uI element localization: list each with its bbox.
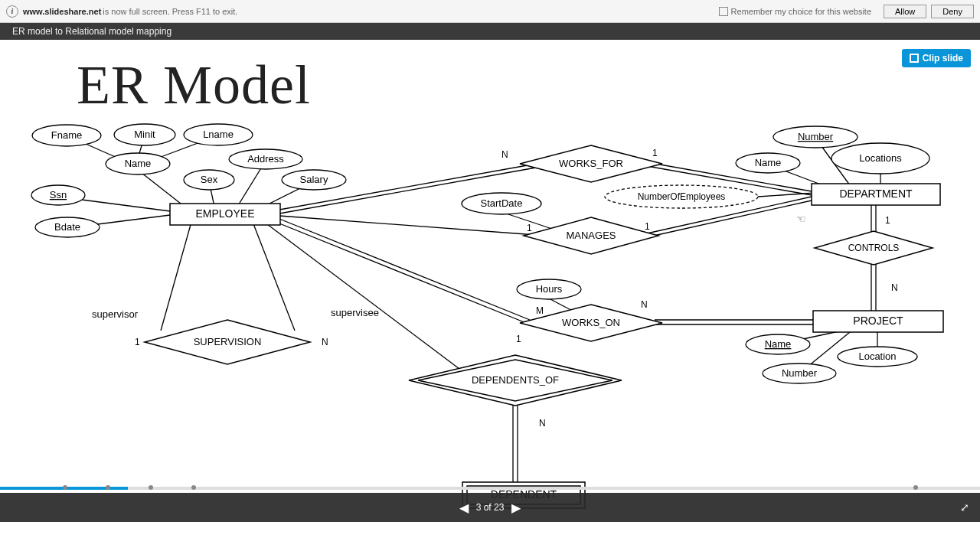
exit-fullscreen-button[interactable]: ⤢	[960, 501, 969, 514]
cursor-hand-icon: ☜	[796, 213, 806, 225]
svg-text:Locations: Locations	[859, 152, 902, 164]
svg-text:M: M	[536, 305, 544, 316]
svg-text:WORKS_ON: WORKS_ON	[562, 317, 620, 328]
svg-text:Lname: Lname	[203, 129, 234, 140]
svg-line-34	[253, 222, 295, 331]
svg-text:N: N	[322, 337, 328, 347]
svg-text:Minit: Minit	[134, 129, 155, 140]
svg-text:Name: Name	[125, 158, 152, 169]
svg-text:SUPERVISION: SUPERVISION	[194, 336, 262, 347]
svg-text:Number: Number	[782, 367, 818, 379]
presentation-title-bar: ER model to Relational model mapping	[0, 23, 980, 40]
svg-text:1: 1	[527, 223, 532, 233]
svg-text:Name: Name	[755, 157, 782, 168]
slide-counter: 3 of 23	[476, 502, 505, 513]
svg-text:CONTROLS: CONTROLS	[848, 243, 900, 253]
fullscreen-message: is now full screen. Press F11 to exit.	[103, 7, 237, 16]
svg-text:1: 1	[645, 221, 650, 232]
svg-text:1: 1	[652, 148, 658, 158]
svg-text:1: 1	[516, 334, 521, 344]
svg-line-33	[161, 222, 191, 331]
svg-text:N: N	[891, 282, 898, 293]
site-domain: www.slideshare.net	[23, 7, 101, 16]
remember-label: Remember my choice for this website	[731, 7, 871, 16]
remember-choice-checkbox[interactable]: Remember my choice for this website	[719, 7, 871, 16]
svg-text:Address: Address	[247, 153, 284, 165]
allow-button[interactable]: Allow	[884, 5, 926, 18]
progress-marker	[63, 485, 67, 490]
svg-text:N: N	[641, 299, 648, 310]
svg-text:supervisor: supervisor	[92, 308, 139, 320]
svg-text:NumberOfEmployees: NumberOfEmployees	[638, 191, 726, 202]
slide-viewport[interactable]: Clip slide ER Model	[0, 40, 980, 522]
deny-button[interactable]: Deny	[931, 5, 974, 18]
svg-text:Hours: Hours	[536, 283, 563, 295]
svg-text:N: N	[539, 418, 546, 429]
slide-progress-bar[interactable]	[0, 487, 980, 490]
svg-text:WORKS_FOR: WORKS_FOR	[559, 158, 623, 169]
progress-marker	[106, 485, 110, 490]
svg-text:PROJECT: PROJECT	[853, 315, 903, 327]
svg-text:1: 1	[135, 337, 140, 347]
svg-text:Sex: Sex	[201, 174, 218, 185]
progress-marker	[149, 485, 153, 490]
checkbox-icon	[719, 7, 728, 16]
presentation-title: ER model to Relational model mapping	[12, 26, 172, 37]
svg-text:supervisee: supervisee	[331, 307, 379, 318]
svg-line-13	[279, 216, 536, 235]
svg-line-26	[276, 222, 530, 324]
svg-text:Ssn: Ssn	[50, 189, 67, 201]
svg-text:Salary: Salary	[300, 174, 328, 185]
er-diagram: Fname Minit Lname Name Ssn Bdate Sex Add…	[0, 40, 980, 522]
info-icon: i	[6, 5, 18, 18]
svg-text:Location: Location	[858, 350, 896, 362]
svg-text:Fname: Fname	[51, 129, 82, 141]
svg-text:Number: Number	[798, 131, 834, 142]
svg-text:DEPARTMENT: DEPARTMENT	[839, 187, 913, 200]
svg-text:1: 1	[885, 215, 890, 226]
svg-text:StartDate: StartDate	[481, 197, 523, 209]
svg-text:DEPENDENTS_OF: DEPENDENTS_OF	[472, 374, 559, 386]
progress-marker	[191, 485, 196, 490]
svg-line-25	[276, 217, 530, 320]
progress-marker	[913, 485, 918, 490]
svg-text:Bdate: Bdate	[54, 221, 80, 233]
fullscreen-notification-bar: i www.slideshare.net is now full screen.…	[0, 0, 980, 23]
svg-text:Name: Name	[765, 338, 792, 350]
svg-text:MANAGES: MANAGES	[566, 230, 616, 241]
slide-nav-footer: ◀ 3 of 23 ▶ ⤢	[0, 493, 980, 522]
prev-slide-button[interactable]: ◀	[459, 500, 469, 515]
svg-text:EMPLOYEE: EMPLOYEE	[195, 207, 254, 220]
svg-text:N: N	[501, 149, 508, 160]
next-slide-button[interactable]: ▶	[511, 500, 521, 515]
